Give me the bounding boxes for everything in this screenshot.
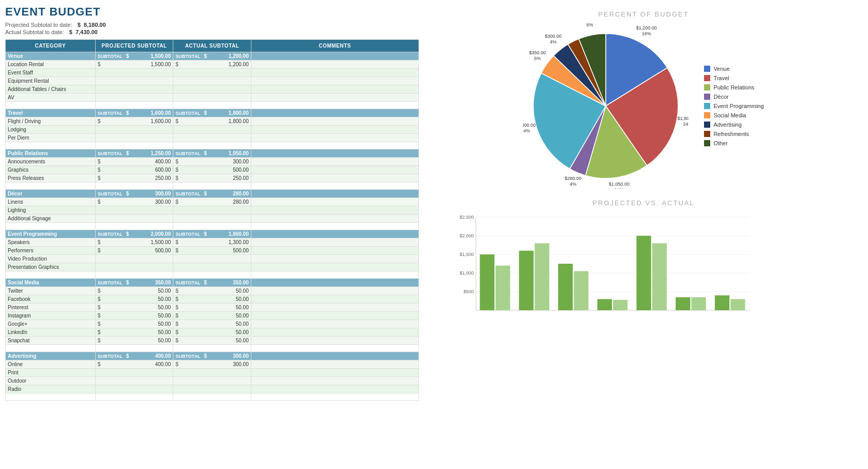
table-row: Announcements $400.00 $300.00	[6, 158, 419, 166]
section-header-décor: Décor SUBTOTAL $ 300.00 SUBTOTAL $ 280.0…	[6, 190, 419, 198]
section-header-social-media: Social Media SUBTOTAL $ 350.00 SUBTOTAL …	[6, 279, 419, 287]
legend-swatch	[704, 94, 710, 100]
legend-label: Advertising	[713, 122, 741, 128]
pie-chart-title: PERCENT of BUDGET	[429, 10, 858, 18]
projected-summary-row: Projected Subtotal to date: $ 8,180.00	[5, 22, 419, 28]
table-row: Equipment Rental	[6, 77, 419, 85]
table-row: AV	[6, 94, 419, 102]
bar-actual	[613, 300, 627, 310]
bar-projected	[636, 236, 651, 310]
header-category: CATEGORY	[6, 40, 96, 52]
table-row: Facebook $50.00 $50.00	[6, 295, 419, 304]
legend-item: Other	[704, 140, 764, 146]
table-row: Snapchat $50.00 $50.00	[6, 337, 419, 345]
svg-text:$2,500: $2,500	[459, 215, 474, 220]
table-row: Per Diem	[6, 134, 419, 142]
spacer-row	[6, 102, 419, 109]
pie-pct-label: 14%	[615, 187, 624, 189]
table-row: Additional Signage	[6, 215, 419, 223]
legend-swatch	[704, 140, 710, 146]
header-actual: ACTUAL SUBTOTAL	[173, 40, 251, 52]
table-row: Graphics $600.00 $500.00	[6, 166, 419, 174]
svg-text:$1,500: $1,500	[459, 252, 474, 257]
pie-label: $280.00	[565, 176, 582, 181]
legend-swatch	[704, 122, 710, 128]
spacer-row	[6, 345, 419, 352]
bar-actual	[496, 266, 510, 310]
table-row: Press Releases $250.00 $250.00	[6, 174, 419, 183]
table-row: Online $400.00 $300.00	[6, 360, 419, 369]
table-row: Outdoor	[6, 377, 419, 385]
svg-text:$2,000: $2,000	[459, 233, 474, 238]
pie-chart-section: PERCENT of BUDGET $1,200.0016%$1,800.002…	[429, 10, 858, 189]
legend-swatch	[704, 103, 710, 109]
spacer-row	[6, 142, 419, 149]
table-row: Radio	[6, 385, 419, 394]
bar-projected	[676, 297, 690, 310]
bar-projected	[519, 251, 533, 310]
table-row: LinkedIn $50.00 $50.00	[6, 328, 419, 337]
bar-chart-title: PROJECTED vs. ACTUAL	[429, 199, 858, 207]
actual-label: Actual Subtotal to date:	[5, 29, 64, 35]
bar-projected	[597, 299, 612, 310]
bar-chart-section: PROJECTED vs. ACTUAL $500$1,000$1,500$2,…	[429, 199, 858, 327]
legend-item: Advertising	[704, 122, 764, 128]
right-panel: PERCENT of BUDGET $1,200.0016%$1,800.002…	[424, 5, 863, 464]
pie-area: $1,200.0016%$1,800.0024%$1,050.0014%$280…	[429, 23, 858, 189]
legend-label: Refreshments	[713, 131, 749, 137]
table-row: Additional Tables / Chairs	[6, 85, 419, 94]
svg-text:$1,000: $1,000	[459, 270, 474, 276]
svg-text:$500: $500	[463, 289, 474, 294]
projected-dollar-sign: $	[78, 22, 81, 28]
legend-swatch	[704, 84, 710, 90]
pie-chart: $1,200.0016%$1,800.0024%$1,050.0014%$280…	[523, 23, 689, 189]
left-panel: EVENT BUDGET Projected Subtotal to date:…	[5, 5, 419, 464]
section-header-public-relations: Public Relations SUBTOTAL $ 1,250.00 SUB…	[6, 149, 419, 158]
table-row: Lighting	[6, 206, 419, 215]
table-row: Twitter $50.00 $50.00	[6, 287, 419, 295]
legend-swatch	[704, 66, 710, 72]
bar-actual	[652, 243, 667, 310]
section-header-advertising: Advertising SUBTOTAL $ 400.00 SUBTOTAL $…	[6, 352, 419, 360]
legend-label: Event Programming	[713, 103, 764, 109]
spacer-row	[6, 271, 419, 279]
bar-projected	[715, 295, 729, 310]
actual-value: 7,430.00	[76, 29, 98, 35]
table-row: Presentation Graphics	[6, 263, 419, 271]
pie-label: $350.00	[529, 50, 546, 55]
bar-actual	[691, 297, 706, 310]
actual-dollar-sign: $	[69, 29, 72, 35]
table-row: Google+ $50.00 $50.00	[6, 320, 419, 328]
header-comments: COMMENTS	[251, 40, 418, 52]
legend-item: Venue	[704, 66, 764, 72]
pie-pct-label: 24%	[523, 128, 530, 133]
table-row: Event Staff	[6, 69, 419, 77]
legend-label: Décor	[713, 94, 728, 100]
table-row: Pinterest $50.00 $50.00	[6, 304, 419, 312]
table-row: Flight / Driving $1,600.00 $1,800.00	[6, 117, 419, 126]
page-title: EVENT BUDGET	[5, 5, 419, 19]
table-row: Print	[6, 369, 419, 377]
pie-label: $1,050.00	[609, 181, 630, 187]
spacer-row	[6, 223, 419, 230]
bar-projected	[558, 264, 573, 310]
bar-actual	[535, 243, 549, 310]
legend-item: Décor	[704, 94, 764, 100]
legend-label: Social Media	[713, 112, 746, 118]
spacer-row	[6, 394, 419, 401]
legend-item: Event Programming	[704, 103, 764, 109]
table-row: Location Rental $1,500.00 $1,200.00	[6, 60, 419, 69]
legend-swatch	[704, 112, 710, 118]
pie-label: $1,800.00	[523, 123, 536, 128]
bar-actual	[730, 299, 745, 310]
actual-summary-row: Actual Subtotal to date: $ 7,430.00	[5, 29, 419, 35]
header-projected: PROJECTED SUBTOTAL	[95, 40, 173, 52]
spacer-row	[6, 183, 419, 190]
legend-label: Venue	[713, 66, 729, 72]
table-row: Linens $300.00 $280.00	[6, 198, 419, 206]
legend-label: Travel	[713, 75, 729, 81]
projected-label: Projected Subtotal to date:	[5, 22, 72, 28]
bar-projected	[480, 254, 495, 310]
legend-item: Social Media	[704, 112, 764, 118]
pie-label: $1,200.00	[636, 25, 657, 31]
